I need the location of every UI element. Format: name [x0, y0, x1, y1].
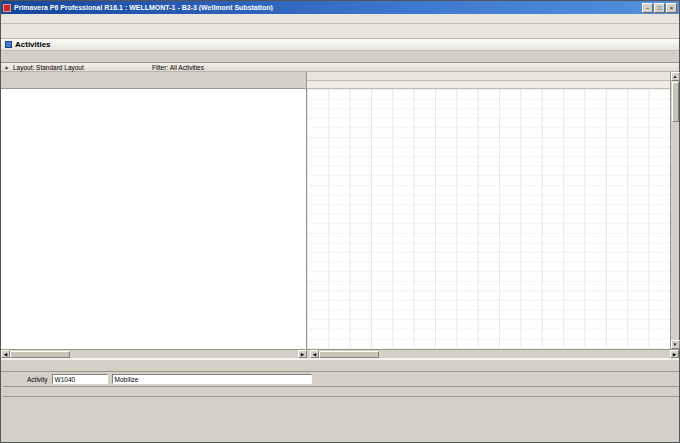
table-header [1, 72, 306, 89]
gantt-hscrollbar[interactable]: ◀ ▶ [310, 350, 679, 358]
scroll-thumb[interactable] [672, 82, 679, 122]
layout-name[interactable]: Layout: Standard Layout [13, 64, 148, 71]
vertical-scrollbar[interactable]: ▲ ▼ [670, 72, 679, 349]
activity-summary-line: Activity W1040 Mobilize [1, 372, 679, 386]
toolbar [1, 24, 679, 39]
scroll-down-icon[interactable]: ▼ [671, 340, 680, 349]
filter-name[interactable]: Filter: All Activities [152, 64, 204, 71]
scroll-left-icon[interactable]: ◀ [310, 350, 319, 358]
app-icon [3, 4, 11, 12]
scroll-left-icon[interactable]: ◀ [1, 350, 10, 358]
window-title: Primavera P6 Professional R16.1 : WELLMO… [14, 4, 639, 11]
scroll-thumb[interactable] [10, 351, 70, 358]
section-header: Activities [1, 39, 679, 51]
activity-table [1, 72, 307, 349]
layout-options-bar: ▲ Layout: Standard Layout Filter: All Ac… [1, 63, 679, 72]
window-buttons: –□× [642, 3, 677, 13]
resource-assignments-grid [3, 386, 679, 397]
table-hscrollbar[interactable]: ◀ ▶ [1, 350, 307, 358]
horizontal-scrollbars: ◀ ▶ ◀ ▶ [1, 349, 679, 358]
timescale-months [307, 72, 670, 81]
timescale-weeks [307, 81, 670, 90]
section-title: Activities [15, 40, 51, 49]
minimize-button[interactable]: – [642, 3, 653, 13]
detail-tabs [1, 360, 679, 372]
gantt-chart [307, 72, 670, 349]
activities-view: ▲ ▼ [1, 72, 679, 349]
activity-id-field[interactable]: W1040 [52, 374, 108, 384]
activity-field-label: Activity [27, 376, 48, 383]
activity-details-panel: Activity W1040 Mobilize [1, 358, 679, 442]
title-bar: Primavera P6 Professional R16.1 : WELLMO… [1, 1, 679, 14]
activity-name-field[interactable]: Mobilize [112, 374, 312, 384]
maximize-button[interactable]: □ [654, 3, 665, 13]
close-button[interactable]: × [666, 3, 677, 13]
layout-options-icon[interactable]: ▲ [4, 64, 9, 70]
directory-tabs [1, 51, 679, 63]
app-window: Primavera P6 Professional R16.1 : WELLMO… [0, 0, 680, 443]
table-body [1, 89, 306, 349]
resource-grid-header [3, 386, 679, 397]
scroll-right-icon[interactable]: ▶ [298, 350, 307, 358]
scroll-right-icon[interactable]: ▶ [670, 350, 679, 358]
scroll-thumb[interactable] [319, 351, 379, 358]
activities-icon [5, 41, 12, 48]
scroll-up-icon[interactable]: ▲ [671, 72, 680, 81]
menu-bar [1, 14, 679, 24]
gantt-body [307, 89, 670, 349]
